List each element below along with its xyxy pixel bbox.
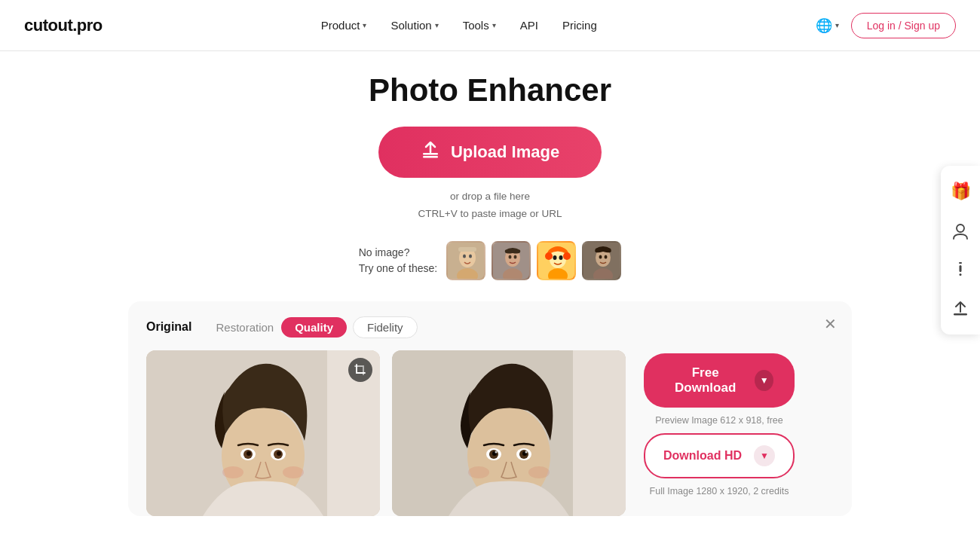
nav-pricing[interactable]: Pricing [562, 19, 597, 32]
tab-quality[interactable]: Quality [281, 317, 347, 338]
upload-icon [421, 140, 440, 164]
svg-point-58 [957, 225, 964, 232]
header-right: 🌐 ▾ Log in / Sign up [816, 13, 956, 38]
svg-point-57 [528, 466, 550, 478]
svg-point-36 [247, 451, 251, 456]
full-image-info: Full Image 1280 x 1920, 2 credits [644, 486, 795, 496]
main-content: Photo Enhancer Upload Image or drop a fi… [0, 51, 980, 516]
dropdown-hd-arrow-icon: ▼ [754, 445, 775, 466]
svg-point-39 [222, 466, 243, 478]
preview-info: Preview Image 612 x 918, free [644, 415, 795, 426]
sample-label: No image? Try one of these: [359, 245, 438, 276]
sidebar-gift-button[interactable]: 🎁 [941, 172, 980, 211]
svg-point-40 [283, 466, 304, 478]
svg-point-20 [563, 252, 571, 260]
close-button[interactable]: ✕ [824, 315, 837, 333]
dropdown-arrow-icon: ▼ [755, 370, 773, 391]
svg-rect-8 [458, 247, 476, 252]
sample-thumb-2[interactable] [492, 241, 531, 280]
upload-label: Upload Image [451, 142, 559, 162]
svg-rect-59 [959, 262, 962, 264]
result-tabs: Original Restoration Quality Fidelity ✕ [146, 316, 834, 338]
nav-solution[interactable]: Solution ▾ [390, 19, 438, 32]
image-row: Free Download ▼ Preview Image 612 x 918,… [146, 350, 834, 516]
sample-thumb-3[interactable] [537, 241, 576, 280]
svg-point-15 [550, 250, 566, 268]
free-download-button[interactable]: Free Download ▼ [644, 353, 795, 408]
svg-point-25 [605, 255, 608, 258]
language-button[interactable]: 🌐 ▾ [816, 17, 839, 34]
sidebar-avatar-button[interactable] [941, 211, 980, 250]
svg-point-19 [545, 252, 553, 260]
sidebar-upload-button[interactable] [941, 289, 980, 328]
enhanced-image-container [392, 350, 626, 516]
svg-rect-42 [573, 350, 626, 516]
svg-rect-62 [954, 313, 967, 316]
svg-rect-1 [423, 153, 438, 155]
crop-button[interactable] [348, 358, 372, 382]
result-section: Original Restoration Quality Fidelity ✕ [128, 301, 852, 516]
download-panel: Free Download ▼ Preview Image 612 x 918,… [638, 350, 834, 496]
free-download-label: Free Download [665, 365, 746, 396]
chevron-down-icon: ▾ [363, 21, 366, 29]
nav-tools[interactable]: Tools ▾ [463, 19, 496, 32]
download-hd-button[interactable]: Download HD ▼ [644, 433, 795, 478]
sample-row: No image? Try one of these: [359, 241, 622, 280]
chevron-down-icon: ▾ [835, 21, 839, 29]
svg-point-18 [559, 255, 563, 260]
nav-api[interactable]: API [520, 19, 538, 32]
svg-rect-60 [960, 265, 962, 272]
svg-point-7 [469, 254, 472, 258]
sample-thumb-1[interactable] [446, 241, 485, 280]
download-hd-label: Download HD [663, 449, 742, 463]
svg-point-53 [495, 451, 498, 453]
translate-icon: 🌐 [816, 17, 832, 34]
nav-product[interactable]: Product ▾ [321, 19, 367, 32]
right-sidebar: 🎁 [941, 166, 980, 335]
login-button[interactable]: Log in / Sign up [851, 13, 956, 38]
sidebar-alert-button[interactable] [941, 250, 980, 289]
svg-point-6 [463, 254, 466, 258]
tab-original[interactable]: Original [146, 320, 191, 334]
header: cutout.pro Product ▾ Solution ▾ Tools ▾ … [0, 0, 980, 51]
svg-point-24 [599, 255, 602, 258]
tab-restoration-label: Restoration [216, 321, 274, 334]
tab-fidelity[interactable]: Fidelity [353, 316, 418, 338]
chevron-down-icon: ▾ [492, 21, 496, 29]
drop-hint: or drop a file here CTRL+V to paste imag… [418, 188, 562, 223]
svg-rect-61 [960, 273, 962, 276]
chevron-down-icon: ▾ [435, 21, 439, 29]
svg-point-13 [514, 255, 517, 258]
svg-point-56 [468, 466, 489, 478]
original-image-container [146, 350, 380, 516]
upload-button[interactable]: Upload Image [378, 127, 602, 178]
sample-thumbs [446, 241, 621, 280]
svg-point-54 [525, 451, 528, 453]
page-title: Photo Enhancer [369, 72, 611, 108]
svg-point-37 [277, 451, 281, 456]
svg-point-12 [509, 255, 512, 258]
svg-text:🌐: 🌐 [816, 17, 832, 34]
logo[interactable]: cutout.pro [24, 16, 103, 35]
svg-point-17 [553, 255, 557, 260]
main-nav: Product ▾ Solution ▾ Tools ▾ API Pricing [321, 19, 597, 32]
sample-thumb-4[interactable] [582, 241, 621, 280]
svg-rect-2 [423, 156, 438, 158]
